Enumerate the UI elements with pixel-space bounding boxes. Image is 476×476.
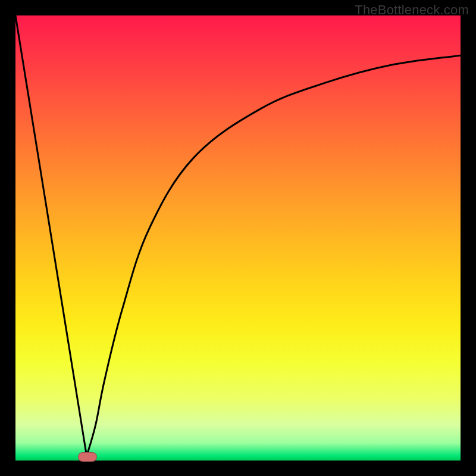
curve-path [15,15,461,456]
plot-area [15,15,461,461]
chart-curve [15,15,461,461]
chart-frame: TheBottleneck.com [0,0,476,476]
optimum-marker [78,452,97,462]
